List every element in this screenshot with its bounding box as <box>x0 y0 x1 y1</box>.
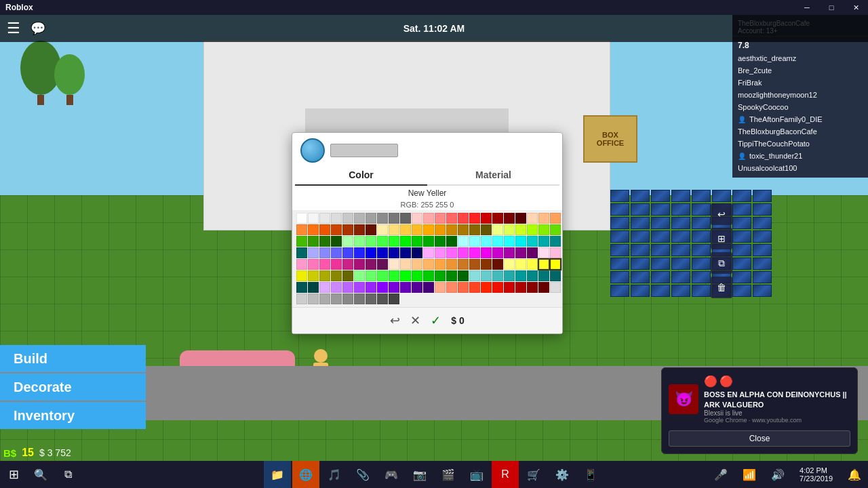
color-swatch[interactable] <box>296 282 307 293</box>
color-swatch[interactable] <box>389 213 399 224</box>
player-entry[interactable]: 👤TheAftonFamily0_DIE <box>732 113 868 125</box>
color-swatch[interactable] <box>481 247 492 258</box>
player-entry[interactable]: Unusalcoolcat100 <box>732 162 868 174</box>
color-swatch[interactable] <box>515 259 526 270</box>
color-swatch[interactable] <box>492 236 503 247</box>
color-swatch[interactable] <box>354 213 365 224</box>
player-entry[interactable]: 👤toxic_thunder21 <box>732 150 868 162</box>
color-swatch[interactable] <box>504 236 515 247</box>
color-swatch[interactable] <box>538 270 549 281</box>
color-swatch[interactable] <box>308 224 319 235</box>
taskbar-notification[interactable]: 🔔 <box>841 461 868 488</box>
color-swatch[interactable] <box>342 259 353 270</box>
color-swatch[interactable] <box>504 259 515 270</box>
color-swatch[interactable] <box>492 247 503 258</box>
color-swatch[interactable] <box>331 213 342 224</box>
taskbar-app-7[interactable]: 🎬 <box>435 461 462 488</box>
color-swatch[interactable] <box>319 282 330 293</box>
taskbar-app-8[interactable]: 📺 <box>463 461 490 488</box>
color-swatch[interactable] <box>366 270 376 281</box>
color-swatch[interactable] <box>412 270 422 281</box>
color-swatch[interactable] <box>354 282 365 293</box>
color-swatch[interactable] <box>412 224 422 235</box>
color-swatch[interactable] <box>296 236 307 247</box>
taskbar-volume[interactable]: 🔊 <box>764 461 791 488</box>
color-swatch[interactable] <box>458 247 469 258</box>
color-swatch[interactable] <box>504 270 515 281</box>
color-swatch[interactable] <box>550 247 561 258</box>
color-swatch[interactable] <box>400 247 411 258</box>
color-swatch[interactable] <box>342 293 353 304</box>
color-swatch[interactable] <box>469 236 480 247</box>
player-entry[interactable]: Bre_2cute <box>732 64 868 77</box>
color-swatch[interactable] <box>469 282 480 293</box>
color-swatch[interactable] <box>469 259 480 270</box>
color-swatch[interactable] <box>515 213 526 224</box>
color-swatch[interactable] <box>550 213 561 224</box>
color-swatch[interactable] <box>308 282 319 293</box>
color-swatch[interactable] <box>342 270 353 281</box>
color-swatch[interactable] <box>400 282 411 293</box>
color-swatch[interactable] <box>538 236 549 247</box>
color-swatch[interactable] <box>366 282 376 293</box>
color-swatch[interactable] <box>423 236 434 247</box>
player-entry[interactable]: SpookyCoocoo <box>732 101 868 113</box>
color-swatch[interactable] <box>527 224 538 235</box>
color-swatch[interactable] <box>354 236 365 247</box>
color-swatch[interactable] <box>389 293 399 304</box>
notification-close-button[interactable]: Close <box>669 430 850 447</box>
color-swatch[interactable] <box>481 236 492 247</box>
color-swatch[interactable] <box>538 224 549 235</box>
color-swatch[interactable] <box>296 293 307 304</box>
taskbar-app-roblox[interactable]: R <box>492 461 519 488</box>
color-swatch[interactable] <box>342 213 353 224</box>
color-swatch[interactable] <box>342 224 353 235</box>
color-swatch[interactable] <box>550 282 561 293</box>
color-swatch[interactable] <box>319 247 330 258</box>
color-swatch[interactable] <box>296 224 307 235</box>
color-swatch[interactable] <box>492 224 503 235</box>
color-swatch[interactable] <box>366 213 376 224</box>
color-swatch[interactable] <box>515 270 526 281</box>
color-swatch[interactable] <box>492 270 503 281</box>
color-swatch[interactable] <box>527 282 538 293</box>
color-swatch[interactable] <box>389 259 399 270</box>
color-swatch[interactable] <box>331 293 342 304</box>
color-swatch[interactable] <box>308 293 319 304</box>
color-swatch[interactable] <box>296 247 307 258</box>
color-swatch[interactable] <box>377 282 388 293</box>
color-swatch[interactable] <box>458 224 469 235</box>
color-swatch[interactable] <box>458 213 469 224</box>
color-swatch[interactable] <box>446 270 457 281</box>
color-swatch[interactable] <box>550 270 561 281</box>
color-swatch[interactable] <box>342 282 353 293</box>
color-swatch[interactable] <box>400 224 411 235</box>
color-swatch[interactable] <box>308 247 319 258</box>
color-swatch[interactable] <box>481 224 492 235</box>
delete-tool[interactable]: 🗑 <box>711 277 732 298</box>
build-button[interactable]: Build <box>0 345 146 372</box>
color-swatch[interactable] <box>377 247 388 258</box>
color-swatch[interactable] <box>377 213 388 224</box>
color-swatch[interactable] <box>377 259 388 270</box>
color-swatch[interactable] <box>308 259 319 270</box>
color-swatch[interactable] <box>389 247 399 258</box>
color-swatch[interactable] <box>435 282 446 293</box>
color-swatch[interactable] <box>331 270 342 281</box>
color-swatch[interactable] <box>389 236 399 247</box>
color-swatch[interactable] <box>412 282 422 293</box>
color-swatch[interactable] <box>412 213 422 224</box>
close-button[interactable]: ✕ <box>844 0 868 15</box>
color-swatch[interactable] <box>366 247 376 258</box>
color-swatch[interactable] <box>435 213 446 224</box>
color-swatch[interactable] <box>423 282 434 293</box>
color-swatch[interactable] <box>331 236 342 247</box>
chat-button[interactable]: 💬 <box>31 21 45 36</box>
color-swatch[interactable] <box>435 236 446 247</box>
minimize-button[interactable]: ─ <box>795 0 819 15</box>
undo-tool[interactable]: ↩ <box>711 203 732 225</box>
color-swatch[interactable] <box>446 213 457 224</box>
color-swatch[interactable] <box>296 259 307 270</box>
player-entry[interactable]: aesthxtic_dreamz <box>732 52 868 64</box>
color-swatch[interactable] <box>319 236 330 247</box>
